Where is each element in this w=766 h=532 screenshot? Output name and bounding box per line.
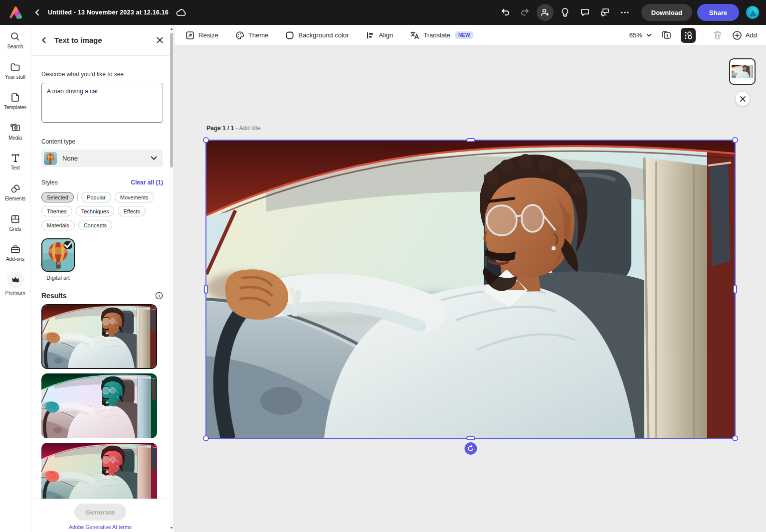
rotate-handle[interactable] bbox=[464, 442, 477, 455]
document-title[interactable]: Untitled - 13 November 2023 at 12.16.16 bbox=[48, 9, 169, 16]
sidebar-item-your-stuff[interactable]: Your stuff bbox=[0, 55, 30, 86]
translate-icon bbox=[410, 31, 419, 40]
result-thumbnail-2[interactable] bbox=[41, 373, 157, 438]
left-navigation-rail: Search Your stuff Templates Media Text E… bbox=[0, 25, 31, 532]
theme-button[interactable]: Theme bbox=[235, 31, 268, 40]
generated-image[interactable] bbox=[206, 141, 735, 438]
zoom-level-control[interactable]: 65% bbox=[629, 31, 652, 39]
style-chip-movements[interactable]: Movements bbox=[115, 192, 154, 202]
add-content-button[interactable]: Add bbox=[732, 30, 757, 40]
resize-handle-right[interactable] bbox=[733, 285, 737, 294]
more-options-button[interactable] bbox=[616, 4, 633, 21]
close-pages-panel-button[interactable] bbox=[736, 92, 750, 106]
svg-text:1: 1 bbox=[666, 33, 668, 38]
delete-button[interactable] bbox=[710, 28, 725, 43]
undo-button[interactable] bbox=[497, 4, 514, 21]
resize-handle-top[interactable] bbox=[466, 138, 475, 142]
info-icon[interactable] bbox=[155, 292, 163, 300]
canvas-workspace[interactable]: Page 1 / 1 - Add title bbox=[175, 46, 766, 532]
generative-ai-terms-link[interactable]: Adobe Generative AI terms bbox=[69, 524, 132, 530]
content-type-select[interactable]: None bbox=[41, 150, 163, 167]
prompt-input[interactable]: A man driving a car bbox=[41, 83, 163, 123]
scrollbar-thumb[interactable] bbox=[170, 33, 173, 168]
panel-title: Text to image bbox=[54, 36, 102, 44]
style-chip-selected[interactable]: Selected bbox=[41, 192, 74, 202]
scrollbar-up-arrow[interactable]: ▲ bbox=[170, 26, 174, 32]
invite-collaborators-button[interactable] bbox=[537, 4, 554, 21]
top-app-bar: Untitled - 13 November 2023 at 12.16.16 … bbox=[0, 0, 766, 25]
style-chip-materials[interactable]: Materials bbox=[41, 220, 75, 230]
panel-close-button[interactable] bbox=[156, 36, 164, 44]
sidebar-item-text[interactable]: Text bbox=[0, 147, 30, 177]
align-button[interactable]: Align bbox=[366, 31, 393, 40]
crown-icon bbox=[7, 271, 24, 288]
sidebar-item-media[interactable]: Media bbox=[0, 116, 30, 147]
scrollbar-down-arrow[interactable]: ▼ bbox=[170, 525, 174, 531]
panel-back-button[interactable] bbox=[41, 37, 47, 43]
versions-button[interactable] bbox=[596, 4, 613, 21]
resize-handle-ne[interactable] bbox=[732, 137, 738, 143]
media-icon bbox=[10, 123, 21, 133]
resize-button[interactable]: Resize bbox=[186, 31, 218, 40]
clear-all-link[interactable]: Clear all (1) bbox=[131, 179, 163, 186]
panel-scrollbar[interactable]: ▲ ▼ bbox=[170, 25, 174, 532]
style-card-digital-art[interactable]: Digital art bbox=[41, 238, 75, 281]
style-chip-concepts[interactable]: Concepts bbox=[78, 220, 112, 230]
pages-view-button[interactable]: 1 bbox=[659, 28, 674, 43]
style-chip-effects[interactable]: Effects bbox=[118, 206, 145, 216]
style-chip-popular[interactable]: Popular bbox=[81, 192, 111, 202]
cloud-sync-icon bbox=[176, 8, 187, 17]
content-type-label: Content type bbox=[41, 138, 163, 145]
resize-handle-se[interactable] bbox=[732, 435, 738, 441]
download-button[interactable]: Download bbox=[641, 4, 692, 21]
resize-handle-left[interactable] bbox=[204, 285, 208, 294]
result-thumbnail-3[interactable] bbox=[41, 443, 157, 499]
folder-icon bbox=[10, 62, 20, 72]
background-color-button[interactable]: Background color bbox=[285, 31, 349, 40]
sidebar-item-premium[interactable]: Premium bbox=[0, 268, 30, 299]
style-chip-themes[interactable]: Themes bbox=[41, 206, 72, 216]
content-type-value: None bbox=[62, 155, 78, 162]
search-icon bbox=[10, 31, 20, 42]
page-number: Page 1 / 1 bbox=[206, 125, 234, 132]
page-label[interactable]: Page 1 / 1 - Add title bbox=[206, 125, 261, 132]
toolbar-divider bbox=[703, 30, 703, 41]
sidebar-item-elements[interactable]: Elements bbox=[0, 177, 30, 207]
sidebar-item-search[interactable]: Search bbox=[0, 25, 30, 55]
page-title-placeholder[interactable]: - Add title bbox=[236, 125, 261, 132]
adobe-express-logo[interactable] bbox=[9, 6, 23, 19]
styles-label: Styles bbox=[41, 179, 58, 186]
resize-handle-nw[interactable] bbox=[203, 137, 209, 143]
chevron-down-icon bbox=[151, 156, 157, 161]
chevron-down-icon bbox=[646, 33, 652, 37]
style-selected-checkbox[interactable] bbox=[64, 241, 72, 249]
text-icon bbox=[10, 153, 20, 163]
templates-icon bbox=[10, 92, 20, 103]
chip-divider bbox=[77, 193, 78, 201]
comment-button[interactable] bbox=[576, 4, 593, 21]
style-chip-techniques[interactable]: Techniques bbox=[76, 206, 115, 216]
translate-button[interactable]: Translate NEW bbox=[410, 31, 473, 40]
sidebar-item-templates[interactable]: Templates bbox=[0, 86, 30, 116]
back-button[interactable] bbox=[34, 9, 41, 16]
redo-button[interactable] bbox=[517, 4, 534, 21]
sidebar-item-add-ons[interactable]: Add-ons bbox=[0, 238, 30, 268]
lightbulb-tips-button[interactable] bbox=[557, 4, 574, 21]
user-avatar[interactable] bbox=[746, 6, 759, 19]
plus-circle-icon bbox=[732, 30, 742, 40]
grids-icon bbox=[10, 214, 20, 224]
share-button[interactable]: Share bbox=[697, 4, 739, 21]
page-thumbnail[interactable] bbox=[729, 58, 756, 85]
add-ons-icon bbox=[10, 244, 21, 254]
resize-handle-bottom[interactable] bbox=[466, 436, 475, 440]
panel-body: Describe what you'd like to see A man dr… bbox=[31, 56, 170, 499]
result-thumbnail-1[interactable] bbox=[41, 304, 157, 369]
sidebar-item-grids[interactable]: Grids bbox=[0, 207, 30, 238]
prompt-label: Describe what you'd like to see bbox=[41, 71, 163, 78]
close-icon bbox=[740, 96, 746, 102]
text-to-image-panel: Text to image Describe what you'd like t… bbox=[31, 25, 174, 532]
generate-button[interactable]: Generate bbox=[74, 504, 127, 521]
scenes-panel-toggle-button[interactable] bbox=[681, 28, 696, 43]
resize-handle-sw[interactable] bbox=[203, 435, 209, 441]
rotate-icon bbox=[467, 445, 474, 452]
